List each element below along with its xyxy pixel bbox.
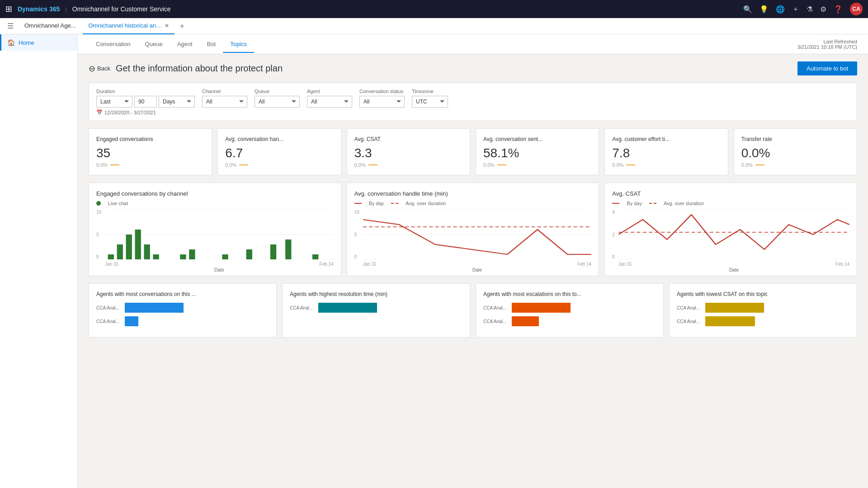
kpi-value-2: 3.3 [354,146,462,160]
bar-chart-title: Engaged conversations by channel [96,190,334,197]
filter-queue: Queue All [255,89,300,108]
queue-select[interactable]: All [255,96,300,108]
h-bar-2-1 [512,316,539,326]
conversation-status-label: Conversation status [359,89,405,94]
legend-dot-livechat [96,201,101,206]
lightbulb-icon[interactable]: 💡 [760,5,769,14]
filter-timezone: Timezone UTC [412,89,448,108]
legend-dash-avg [391,203,398,204]
sidebar-item-label: Home [19,39,34,46]
legend-label-avg: Avg. over duration [406,201,446,206]
kpi-card-3: Avg. conversation sent... 58.1% 0.0% [476,128,599,175]
kpi-card-1: Avg. conversation han... 6.7 0.0% [217,128,341,175]
kpi-percent-5: 0.0% [741,162,753,168]
filter-icon[interactable]: ⚗ [807,5,813,14]
kpi-footer-5: 0.0% [741,162,849,168]
h-bar-row-2-0: CCA Anal... [483,303,656,313]
svg-rect-19 [285,239,291,259]
back-circle-icon: ⊖ [89,64,95,74]
bar-chart-svg [105,210,334,259]
last-refreshed-label: Last Refreshed [797,39,857,44]
brand-label: Dynamics 365 [18,5,60,13]
svg-rect-4 [117,244,123,259]
tab-bot[interactable]: Bot [200,36,223,53]
kpi-title-0: Engaged conversations [96,136,204,142]
kpi-value-0: 35 [96,146,204,160]
duration-select[interactable]: Last [96,96,132,108]
tab-queue[interactable]: Queue [138,36,170,53]
legend-label-byday: By day [369,201,384,206]
h-bar-row-0-0: CCA Anal... [96,303,269,313]
h-bar-0-1 [125,316,138,326]
svg-rect-18 [270,244,276,259]
duration-unit-select[interactable]: Days [159,96,195,108]
plus-icon[interactable]: ＋ [792,5,799,14]
line-chart-2-title: Avg. CSAT [612,190,849,197]
kpi-line-2 [368,164,377,165]
tab-omnichannel-historical[interactable]: Omnichannel historical an... ✕ [83,18,174,34]
tab-topics[interactable]: Topics [223,36,254,53]
svg-rect-3 [108,254,114,259]
line1-y-axis: 1050 [354,210,361,268]
app-title: Omnichannel for Customer Service [72,5,171,13]
h-bar-row-3-1: CCA Anal... [677,316,849,326]
kpi-line-0 [110,164,119,165]
filter-channel: Channel All [202,89,247,108]
search-icon[interactable]: 🔍 [743,5,752,14]
h-bar-label-2-1: CCA Anal... [483,319,508,324]
tab-add-button[interactable]: + [176,20,188,32]
filter-agent: Agent All [307,89,352,108]
agent-select[interactable]: All [307,96,352,108]
tab-label: Omnichannel Age... [24,22,75,29]
globe-icon[interactable]: 🌐 [776,5,785,14]
kpi-value-5: 0.0% [741,146,849,160]
kpi-percent-0: 0.0% [96,162,108,168]
home-icon: 🏠 [7,39,15,46]
kpi-percent-2: 0.0% [354,162,366,168]
bottom-title-1: Agents with highest resolution time (min… [290,291,462,297]
tab-agent[interactable]: Agent [170,36,200,53]
conversation-status-select[interactable]: All [359,96,405,108]
filter-conversation-status: Conversation status All [359,89,405,108]
tab-omnichannel-age[interactable]: Omnichannel Age... [19,18,81,34]
help-icon[interactable]: ❓ [834,5,843,14]
back-button[interactable]: ⊖ Back [89,64,110,74]
last-refreshed: Last Refreshed 3/21/2021 10:18 PM (UTC) [797,39,857,50]
tab-close-icon[interactable]: ✕ [165,23,169,29]
kpi-footer-2: 0.0% [354,162,462,168]
legend2-label-byday: By day [627,201,642,206]
hamburger-icon[interactable]: ☰ [4,20,17,32]
duration-inputs: Last Days [96,96,195,108]
gear-icon[interactable]: ⚙ [820,5,826,14]
svg-rect-16 [246,249,252,259]
line1-x-label: Date [363,267,592,272]
automate-to-bot-button[interactable]: Automate to bot [797,61,857,75]
tab-conversation[interactable]: Conversation [89,36,138,53]
filter-row: Duration Last Days Channel [96,89,849,108]
svg-rect-5 [126,235,132,259]
sidebar-item-home[interactable]: 🏠 Home [0,34,77,51]
grid-icon[interactable]: ⊞ [5,4,12,14]
line2-x-axis: Jan 31Feb 14 [618,262,849,267]
h-bar-label-1-0: CCA Anal... [290,305,315,310]
duration-number-input[interactable] [134,96,157,108]
bar-y-axis: 1050 [96,210,103,268]
kpi-title-1: Avg. conversation han... [225,136,333,142]
user-avatar[interactable]: CA [850,3,863,15]
kpi-title-4: Avg. customer effort ti... [612,136,720,142]
h-bar-label-2-0: CCA Anal... [483,305,508,310]
line2-y-axis: 420 [612,210,617,268]
sidebar: 🏠 Home [0,34,78,488]
kpi-card-2: Avg. CSAT 3.3 0.0% [347,128,470,175]
svg-rect-6 [135,230,141,259]
line-chart-1-legend: By day Avg. over duration [354,201,592,206]
queue-label: Queue [255,89,300,94]
page-title: Get the information about the protect pl… [116,63,792,74]
line-chart-2-legend: By day Avg. over duration [612,201,849,206]
last-refreshed-date: 3/21/2021 10:18 PM (UTC) [797,44,857,50]
timezone-select[interactable]: UTC [412,96,448,108]
kpi-value-1: 6.7 [225,146,333,160]
channel-select[interactable]: All [202,96,247,108]
legend2-line-byday [612,203,619,204]
kpi-line-5 [755,164,764,165]
